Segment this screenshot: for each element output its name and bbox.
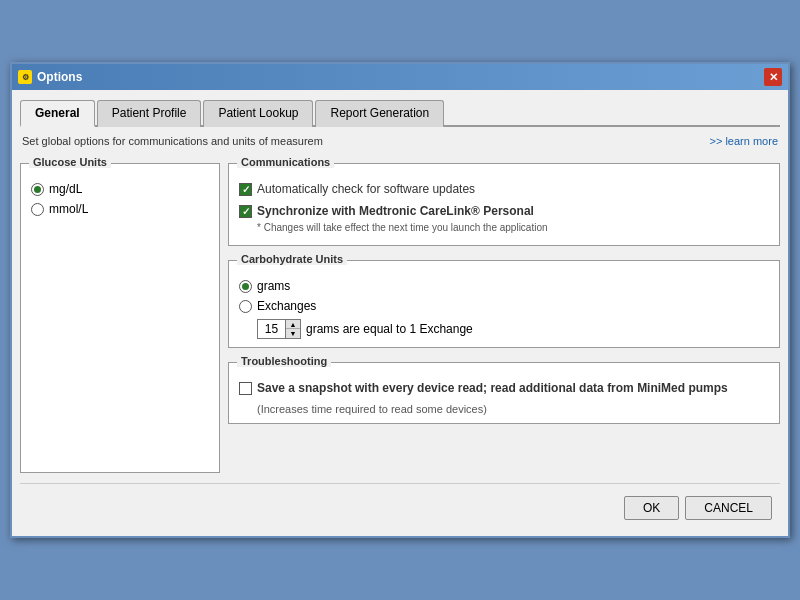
tab-patient-profile[interactable]: Patient Profile [97,100,202,127]
exchange-spinner[interactable]: 15 ▲ ▼ [257,319,301,339]
exchange-value: 15 [258,320,286,338]
right-column: Communications ✓ Automatically check for… [228,157,780,473]
tab-bar: General Patient Profile Patient Lookup R… [20,98,780,127]
titlebar-left: ⚙ Options [18,70,82,84]
sync-carelink-label: Synchronize with Medtronic CareLink® Per… [257,204,534,218]
radio-exchanges-label: Exchanges [257,299,316,313]
sync-carelink-checkbox[interactable]: ✓ [239,205,252,218]
communications-title: Communications [237,156,334,168]
learn-more-link[interactable]: learn more [710,135,778,147]
glucose-units-group: Glucose Units mg/dL mmol/L [20,163,220,473]
ok-button[interactable]: OK [624,496,679,520]
exchange-text: grams are equal to 1 Exchange [306,322,473,336]
radio-exchanges[interactable]: Exchanges [239,299,769,313]
exchange-spinner-row: 15 ▲ ▼ grams are equal to 1 Exchange [257,319,769,339]
tab-report-generation[interactable]: Report Generation [315,100,444,127]
glucose-units-title: Glucose Units [29,156,111,168]
radio-grams[interactable]: grams [239,279,769,293]
spinner-buttons: ▲ ▼ [286,320,300,338]
tab-patient-lookup[interactable]: Patient Lookup [203,100,313,127]
app-icon: ⚙ [18,70,32,84]
spinner-up-button[interactable]: ▲ [286,320,300,329]
radio-grams-label: grams [257,279,290,293]
snapshot-row: Save a snapshot with every device read; … [239,381,769,395]
close-button[interactable]: ✕ [764,68,782,86]
carbohydrate-units-group: Carbohydrate Units grams Exchanges [228,260,780,348]
auto-update-label: Automatically check for software updates [257,182,475,196]
content-columns: Glucose Units mg/dL mmol/L Communication… [20,157,780,473]
dialog-title: Options [37,70,82,84]
bottom-bar: OK CANCEL [20,483,780,528]
communications-group: Communications ✓ Automatically check for… [228,163,780,246]
options-dialog: ⚙ Options ✕ General Patient Profile Pati… [10,62,790,538]
radio-mg-dl[interactable]: mg/dL [31,182,209,196]
troubleshooting-title: Troubleshooting [237,355,331,367]
sync-carelink-row: ✓ Synchronize with Medtronic CareLink® P… [239,204,769,218]
info-text: Set global options for communications an… [22,135,323,147]
radio-mg-dl-btn[interactable] [31,183,44,196]
radio-mmol-l-label: mmol/L [49,202,88,216]
dialog-body: General Patient Profile Patient Lookup R… [12,90,788,536]
snapshot-checkbox[interactable] [239,382,252,395]
radio-exchanges-btn[interactable] [239,300,252,313]
auto-update-row: ✓ Automatically check for software updat… [239,182,769,196]
sync-carelink-note: * Changes will take effect the next time… [257,222,769,233]
cancel-button[interactable]: CANCEL [685,496,772,520]
radio-mmol-l-btn[interactable] [31,203,44,216]
troubleshooting-group: Troubleshooting Save a snapshot with eve… [228,362,780,424]
radio-mg-dl-label: mg/dL [49,182,82,196]
info-bar: Set global options for communications an… [20,135,780,147]
carbohydrate-units-title: Carbohydrate Units [237,253,347,265]
tab-general[interactable]: General [20,100,95,127]
snapshot-label: Save a snapshot with every device read; … [257,381,728,395]
troubleshooting-note: (Increases time required to read some de… [257,403,769,415]
radio-grams-btn[interactable] [239,280,252,293]
left-column: Glucose Units mg/dL mmol/L [20,157,220,473]
spinner-down-button[interactable]: ▼ [286,329,300,338]
titlebar: ⚙ Options ✕ [12,64,788,90]
radio-mmol-l[interactable]: mmol/L [31,202,209,216]
auto-update-checkbox[interactable]: ✓ [239,183,252,196]
